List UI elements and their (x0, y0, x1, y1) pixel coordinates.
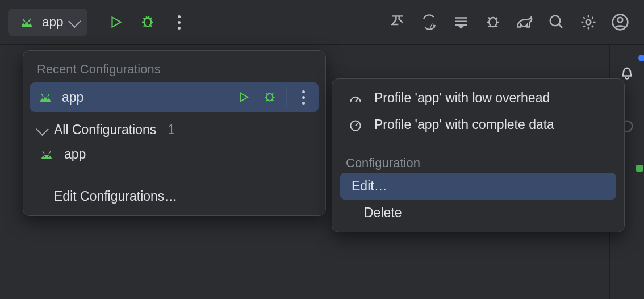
all-configs-label: All Configurations (54, 122, 156, 138)
all-configs-count: 1 (168, 122, 175, 138)
svg-point-0 (24, 23, 26, 25)
settings-gear-icon[interactable] (572, 6, 604, 38)
android-icon (37, 150, 56, 160)
profile-low-label: Profile 'app' with low overhead (374, 90, 550, 106)
recent-configs-title: Recent Configurations (23, 56, 325, 82)
kebab-icon (178, 15, 181, 30)
search-icon[interactable] (541, 6, 572, 38)
config-list-label: app (64, 147, 86, 162)
separator (31, 175, 317, 175)
svg-point-6 (586, 20, 591, 25)
config-section-title: Configuration (332, 148, 624, 173)
chevron-down-icon (68, 15, 81, 28)
toolbar: app A (0, 0, 644, 45)
edit-label: Edit… (352, 178, 387, 194)
rail-status-dot (636, 165, 643, 172)
debug-icon[interactable] (260, 90, 279, 105)
svg-point-18 (350, 121, 360, 130)
debug-button[interactable] (132, 6, 164, 38)
svg-text:A: A (430, 22, 435, 30)
svg-line-16 (43, 151, 44, 154)
android-icon (36, 92, 55, 102)
config-selector-label: app (42, 15, 64, 30)
recent-config-item[interactable]: app (30, 82, 319, 112)
separator (286, 87, 287, 107)
run-config-selector[interactable]: app (8, 9, 87, 36)
all-configs-header[interactable]: All Configurations 1 (23, 112, 325, 140)
chevron-down-icon (36, 123, 49, 136)
svg-line-12 (41, 94, 43, 97)
separator (227, 87, 227, 107)
svg-point-10 (43, 98, 44, 100)
edit-configurations-label: Edit Configurations… (54, 189, 177, 204)
svg-point-8 (618, 18, 623, 23)
config-list-item[interactable]: app (23, 140, 325, 169)
profile-complete-label: Profile 'app' with complete data (374, 117, 554, 132)
gauge-full-icon (346, 118, 365, 132)
svg-line-17 (49, 151, 51, 154)
run-config-popup: Recent Configurations app All Configurat… (23, 50, 326, 216)
attach-debugger-icon[interactable] (477, 6, 509, 38)
delete-config-item[interactable]: Delete (332, 200, 624, 226)
svg-point-11 (47, 98, 49, 100)
stack-icon[interactable] (445, 6, 477, 38)
elephant-gradle-icon[interactable] (509, 6, 541, 38)
notification-dot (638, 55, 644, 61)
more-actions-button[interactable] (164, 6, 195, 38)
svg-point-1 (28, 23, 30, 25)
svg-point-15 (48, 155, 50, 157)
config-more-button[interactable] (294, 90, 313, 105)
profile-low-overhead-item[interactable]: Profile 'app' with low overhead (332, 85, 624, 111)
separator (332, 143, 624, 143)
gauge-icon (346, 91, 365, 106)
svg-point-5 (550, 16, 561, 26)
build-icon[interactable] (382, 6, 413, 38)
account-icon[interactable] (604, 6, 636, 38)
edit-configurations-item[interactable]: Edit Configurations… (23, 181, 325, 213)
svg-point-14 (44, 155, 45, 157)
kebab-icon (302, 90, 305, 105)
profile-complete-item[interactable]: Profile 'app' with complete data (332, 111, 624, 138)
run-icon[interactable] (234, 91, 253, 103)
sync-icon[interactable]: A (413, 6, 445, 38)
svg-line-13 (48, 94, 49, 97)
android-icon (17, 17, 36, 27)
delete-label: Delete (364, 205, 402, 221)
recent-config-label: app (62, 90, 220, 105)
config-context-menu: Profile 'app' with low overhead Profile … (332, 78, 625, 232)
run-button[interactable] (100, 6, 132, 38)
edit-config-item[interactable]: Edit… (340, 173, 616, 200)
